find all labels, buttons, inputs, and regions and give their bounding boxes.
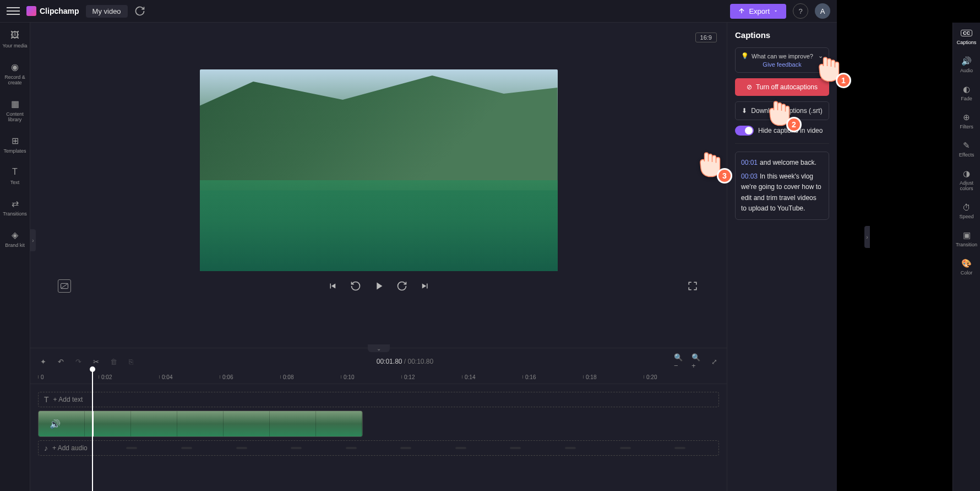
rail-transitions[interactable]: ⇄Transitions — [0, 196, 30, 218]
rail-effects[interactable]: ✎Effects — [953, 141, 980, 158]
skip-forward-icon[interactable] — [418, 279, 432, 293]
export-button[interactable]: Export — [730, 4, 786, 19]
download-icon: ⬇ — [742, 107, 747, 115]
timeline-ruler[interactable]: 00:020:040:060:080:100:120:140:160:180:2… — [30, 370, 727, 384]
sync-icon[interactable] — [134, 6, 145, 17]
play-button[interactable] — [372, 279, 385, 293]
delete-icon[interactable]: 🗑 — [108, 357, 118, 366]
ruler-mark: 0:08 — [280, 374, 293, 380]
rail-fade[interactable]: ◐Fade — [953, 84, 980, 101]
pointer-badge: 1 — [836, 73, 851, 88]
help-button[interactable]: ? — [793, 3, 808, 19]
ruler-mark: 0:02 — [99, 374, 112, 380]
clip-audio-icon: 🔊 — [50, 419, 61, 429]
rail-captions[interactable]: CCCaptions — [953, 28, 980, 45]
track-audio[interactable]: ♪ + Add audio — [38, 440, 719, 456]
download-captions-button[interactable]: ⬇ Download captions (.srt) — [735, 101, 829, 120]
current-time: 00:01.80 — [377, 358, 402, 365]
rail-record[interactable]: ◉Record & create — [0, 60, 30, 87]
fullscreen-icon[interactable] — [686, 279, 699, 293]
app-shell: Clipchamp My video Export ? A 🖼Your medi… — [0, 0, 837, 491]
rail-transition[interactable]: ▣Transition — [953, 230, 980, 247]
skip-back-icon[interactable] — [326, 279, 339, 293]
effects-icon: ✎ — [961, 141, 973, 150]
avatar[interactable]: A — [815, 3, 830, 19]
player-controls — [41, 271, 716, 301]
logo-icon — [26, 6, 36, 16]
fit-icon[interactable]: ⤢ — [709, 357, 719, 366]
split-icon[interactable]: ✂ — [91, 357, 101, 366]
rail-templates[interactable]: ⊞Templates — [0, 133, 30, 155]
track-text[interactable]: T + Add text — [38, 392, 719, 407]
hide-captions-toggle[interactable] — [735, 126, 754, 136]
menu-icon[interactable] — [7, 4, 20, 18]
total-time: 00:10.80 — [408, 358, 434, 365]
rail-label: Filters — [960, 124, 973, 130]
duplicate-icon[interactable]: ⎘ — [126, 357, 136, 366]
rail-label: Captions — [957, 40, 977, 45]
audio-icon: 🔊 — [961, 56, 973, 66]
rail-speed[interactable]: ⏱Speed — [953, 202, 980, 219]
rail-color[interactable]: 🎨Color — [953, 258, 980, 276]
feedback-link[interactable]: Give feedback — [741, 61, 823, 68]
text: and welcome back. — [760, 159, 816, 166]
ruler-mark: 0:10 — [341, 374, 354, 380]
video-preview[interactable] — [200, 69, 558, 271]
svg-line-1 — [61, 284, 68, 288]
adjust-icon: ◑ — [961, 169, 973, 179]
feedback-box[interactable]: 💡What can we improve? ⌄ Give feedback — [735, 47, 829, 73]
rail-label: Content library — [0, 111, 30, 122]
redo-icon[interactable]: ↷ — [73, 357, 83, 366]
turn-off-autocaptions-button[interactable]: ⊘ Turn off autocaptions — [735, 78, 829, 96]
body: 🖼Your media ◉Record & create ▦Content li… — [0, 23, 837, 491]
magic-icon[interactable]: ✦ — [38, 357, 48, 366]
lightbulb-icon: 💡 — [741, 52, 749, 60]
ruler-mark: 0:18 — [583, 374, 596, 380]
ruler-mark: 0 — [38, 374, 44, 380]
export-label: Export — [749, 7, 770, 15]
app-logo[interactable]: Clipchamp — [26, 6, 79, 16]
header: Clipchamp My video Export ? A — [0, 0, 837, 23]
rail-label: Adjust colors — [953, 180, 980, 191]
aspect-ratio-badge[interactable]: 16:9 — [695, 33, 717, 42]
rail-text[interactable]: TText — [0, 165, 30, 186]
rail-content-library[interactable]: ▦Content library — [0, 96, 30, 123]
properties-rail: CCCaptions 🔊Audio ◐Fade ⊕Filters ✎Effect… — [952, 23, 980, 491]
ruler-mark: 0:16 — [522, 374, 536, 380]
zoom-out-icon[interactable]: 🔍− — [674, 357, 684, 366]
rewind-icon[interactable] — [349, 279, 362, 293]
track-video[interactable]: 🔊 — [38, 411, 719, 437]
cc-toggle-icon[interactable] — [58, 279, 71, 293]
track-label: + Add text — [53, 396, 83, 403]
rail-your-media[interactable]: 🖼Your media — [0, 28, 30, 50]
timestamp: 00:01 — [741, 159, 758, 166]
transcript-box[interactable]: 00:01and welcome back. 00:03In this week… — [735, 152, 829, 220]
btn-label: Download captions (.srt) — [751, 107, 822, 115]
video-title[interactable]: My video — [86, 5, 128, 18]
undo-icon[interactable]: ↶ — [56, 357, 66, 366]
text-icon: T — [9, 166, 21, 178]
rail-label: Brand kit — [5, 242, 25, 248]
rail-adjust-colors[interactable]: ◑Adjust colors — [953, 169, 980, 191]
rail-label: Fade — [961, 96, 972, 101]
rail-brand-kit[interactable]: ◈Brand kit — [0, 228, 30, 249]
preview-area: 16:9 — [30, 23, 727, 348]
video-clip[interactable]: 🔊 — [38, 411, 363, 437]
zoom-in-icon[interactable]: 🔍+ — [692, 357, 701, 366]
brand-icon: ◈ — [9, 229, 21, 241]
forward-icon[interactable] — [395, 279, 409, 293]
text-track-icon: T — [44, 395, 49, 404]
toggle-label: Hide captions in video — [758, 127, 823, 134]
center-area: 16:9 ⌄ — [30, 23, 727, 491]
transcript-line[interactable]: 00:03In this week's vlog we're going to … — [741, 171, 823, 214]
rail-label: Transition — [956, 242, 977, 247]
playhead[interactable] — [92, 370, 93, 491]
rail-filters[interactable]: ⊕Filters — [953, 112, 980, 130]
filters-icon: ⊕ — [961, 112, 973, 122]
panel-title: Captions — [735, 30, 829, 40]
transcript-line[interactable]: 00:01and welcome back. — [741, 158, 823, 168]
rail-label: Speed — [959, 214, 973, 219]
rail-audio[interactable]: 🔊Audio — [953, 56, 980, 73]
ruler-mark: 0:14 — [462, 374, 475, 380]
transitions-icon: ⇄ — [9, 197, 21, 209]
